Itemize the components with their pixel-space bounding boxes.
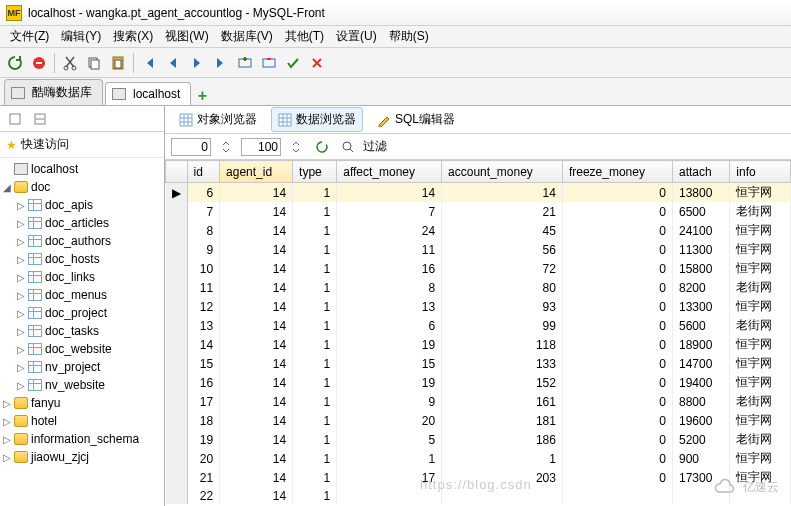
post-edit-button[interactable] bbox=[282, 52, 304, 74]
tree-db-information_schema[interactable]: ▷information_schema bbox=[0, 430, 164, 448]
tree-db-jiaowu_zjcj[interactable]: ▷jiaowu_zjcj bbox=[0, 448, 164, 466]
table-row[interactable]: 17141916108800老街网 bbox=[166, 392, 791, 411]
tab-kuhai-db[interactable]: 酷嗨数据库 bbox=[4, 79, 103, 105]
tree-table-nv_website[interactable]: ▷nv_website bbox=[0, 376, 164, 394]
tab-object-browser[interactable]: 对象浏览器 bbox=[173, 108, 263, 131]
tree-twist-icon[interactable]: ▷ bbox=[14, 344, 28, 355]
tree-twist-icon[interactable]: ▷ bbox=[14, 326, 28, 337]
tree-table-doc_links[interactable]: ▷doc_links bbox=[0, 268, 164, 286]
table-row[interactable]: 1514115133014700恒宇网 bbox=[166, 354, 791, 373]
table-row[interactable]: 81412445024100恒宇网 bbox=[166, 221, 791, 240]
table-row[interactable]: 1614119152019400恒宇网 bbox=[166, 373, 791, 392]
menubar: 文件(Z) 编辑(Y) 搜索(X) 视图(W) 数据库(V) 其他(T) 设置(… bbox=[0, 26, 791, 48]
tree-db-fanyu[interactable]: ▷fanyu bbox=[0, 394, 164, 412]
menu-view[interactable]: 视图(W) bbox=[159, 28, 214, 45]
cut-button[interactable] bbox=[59, 52, 81, 74]
menu-help[interactable]: 帮助(S) bbox=[383, 28, 435, 45]
nav-first-button[interactable] bbox=[138, 52, 160, 74]
sidebar-tool-1[interactable] bbox=[4, 108, 26, 130]
col-agent_id[interactable]: agent_id bbox=[220, 161, 293, 183]
tree-twist-icon[interactable]: ▷ bbox=[14, 200, 28, 211]
table-row[interactable]: 1114188008200老街网 bbox=[166, 278, 791, 297]
table-row[interactable]: ▶61411414013800恒宇网 bbox=[166, 183, 791, 203]
limit-from-input[interactable] bbox=[171, 138, 211, 156]
tree-twist-icon[interactable]: ▷ bbox=[14, 362, 28, 373]
tree-twist-icon[interactable]: ▷ bbox=[0, 452, 14, 463]
tab-data-browser[interactable]: 数据浏览器 bbox=[271, 107, 363, 132]
add-tab-button[interactable]: + bbox=[193, 87, 211, 105]
stop-button[interactable] bbox=[28, 52, 50, 74]
spin-to[interactable] bbox=[285, 136, 307, 158]
filter-search-button[interactable] bbox=[337, 136, 359, 158]
tree-table-doc_website[interactable]: ▷doc_website bbox=[0, 340, 164, 358]
copy-button[interactable] bbox=[83, 52, 105, 74]
table-icon bbox=[28, 361, 42, 373]
col-attach[interactable]: attach bbox=[673, 161, 730, 183]
tree-twist-icon[interactable]: ▷ bbox=[14, 290, 28, 301]
col-info[interactable]: info bbox=[730, 161, 791, 183]
tree-label: doc_website bbox=[45, 342, 112, 356]
limit-to-input[interactable] bbox=[241, 138, 281, 156]
nav-last-button[interactable] bbox=[210, 52, 232, 74]
tree-host[interactable]: localhost bbox=[0, 160, 164, 178]
tree-twist-icon[interactable]: ▷ bbox=[14, 308, 28, 319]
menu-other[interactable]: 其他(T) bbox=[279, 28, 330, 45]
filter-refresh-button[interactable] bbox=[311, 136, 333, 158]
tab-sql-editor[interactable]: SQL编辑器 bbox=[371, 108, 461, 131]
tree-twist-icon[interactable]: ▷ bbox=[14, 236, 28, 247]
col-freeze_money[interactable]: freeze_money bbox=[562, 161, 672, 183]
data-grid[interactable]: idagent_idtypeaffect_moneyaccount_moneyf… bbox=[165, 160, 791, 506]
tree-db-hotel[interactable]: ▷hotel bbox=[0, 412, 164, 430]
nav-prev-button[interactable] bbox=[162, 52, 184, 74]
tree-table-doc_articles[interactable]: ▷doc_articles bbox=[0, 214, 164, 232]
tree-table-doc_authors[interactable]: ▷doc_authors bbox=[0, 232, 164, 250]
table-row[interactable]: 714172106500老街网 bbox=[166, 202, 791, 221]
tree-twist-icon[interactable]: ▷ bbox=[14, 218, 28, 229]
col-account_money[interactable]: account_money bbox=[442, 161, 563, 183]
tree-twist-icon[interactable]: ▷ bbox=[0, 434, 14, 445]
col-affect_money[interactable]: affect_money bbox=[337, 161, 442, 183]
menu-database[interactable]: 数据库(V) bbox=[215, 28, 279, 45]
tree-table-doc_apis[interactable]: ▷doc_apis bbox=[0, 196, 164, 214]
tree-table-doc_menus[interactable]: ▷doc_menus bbox=[0, 286, 164, 304]
table-row[interactable]: 19141518605200老街网 bbox=[166, 430, 791, 449]
tree-table-doc_hosts[interactable]: ▷doc_hosts bbox=[0, 250, 164, 268]
database-icon bbox=[14, 415, 28, 427]
paste-button[interactable] bbox=[107, 52, 129, 74]
sidebar-tool-2[interactable] bbox=[29, 108, 51, 130]
table-row[interactable]: 20141110900恒宇网 bbox=[166, 449, 791, 468]
tree-twist-icon[interactable]: ▷ bbox=[14, 380, 28, 391]
spin-from[interactable] bbox=[215, 136, 237, 158]
table-row[interactable]: 101411672015800恒宇网 bbox=[166, 259, 791, 278]
refresh-button[interactable] bbox=[4, 52, 26, 74]
menu-edit[interactable]: 编辑(Y) bbox=[55, 28, 107, 45]
tree-table-doc_tasks[interactable]: ▷doc_tasks bbox=[0, 322, 164, 340]
tree-twist-icon[interactable]: ▷ bbox=[0, 416, 14, 427]
tab-localhost[interactable]: localhost bbox=[105, 82, 191, 105]
insert-row-button[interactable] bbox=[234, 52, 256, 74]
nav-next-button[interactable] bbox=[186, 52, 208, 74]
table-row[interactable]: 1314169905600老街网 bbox=[166, 316, 791, 335]
delete-row-button[interactable] bbox=[258, 52, 280, 74]
tree-table-doc_project[interactable]: ▷doc_project bbox=[0, 304, 164, 322]
col-id[interactable]: id bbox=[187, 161, 220, 183]
tree-db-doc[interactable]: ◢doc bbox=[0, 178, 164, 196]
tree-twist-icon[interactable]: ▷ bbox=[14, 254, 28, 265]
tree-twist-icon[interactable]: ▷ bbox=[14, 272, 28, 283]
table-row[interactable]: 1814120181019600恒宇网 bbox=[166, 411, 791, 430]
table-icon bbox=[28, 379, 42, 391]
menu-file[interactable]: 文件(Z) bbox=[4, 28, 55, 45]
view-tabs: 对象浏览器 数据浏览器 SQL编辑器 bbox=[165, 106, 791, 134]
col-type[interactable]: type bbox=[293, 161, 337, 183]
tree-twist-icon[interactable]: ▷ bbox=[0, 398, 14, 409]
menu-settings[interactable]: 设置(U) bbox=[330, 28, 383, 45]
tree-label: doc_apis bbox=[45, 198, 93, 212]
table-row[interactable]: 121411393013300恒宇网 bbox=[166, 297, 791, 316]
menu-search[interactable]: 搜索(X) bbox=[107, 28, 159, 45]
table-row[interactable]: 1414119118018900恒宇网 bbox=[166, 335, 791, 354]
tree-table-nv_project[interactable]: ▷nv_project bbox=[0, 358, 164, 376]
quick-access[interactable]: ★ 快速访问 bbox=[0, 132, 164, 158]
table-row[interactable]: 91411156011300恒宇网 bbox=[166, 240, 791, 259]
tree-twist-icon[interactable]: ◢ bbox=[0, 182, 14, 193]
cancel-edit-button[interactable] bbox=[306, 52, 328, 74]
